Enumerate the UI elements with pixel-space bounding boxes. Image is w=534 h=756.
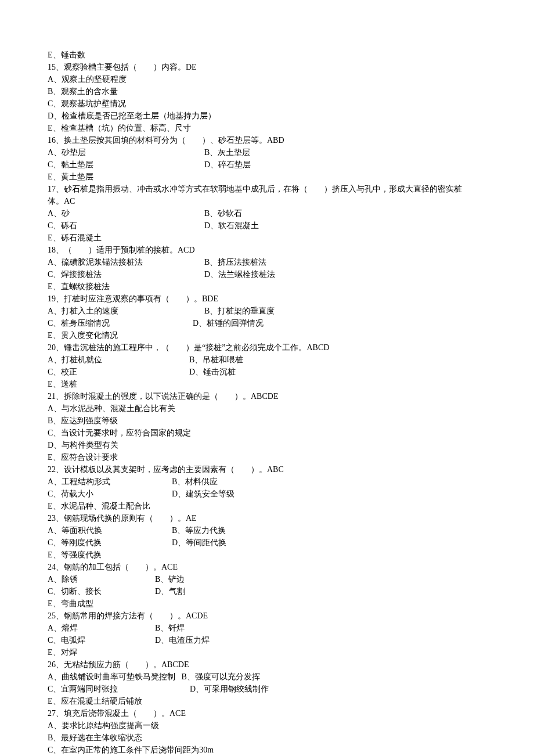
text-line: E、直螺纹接桩法 [48,280,486,293]
option-right: B、灰土垫层 [204,146,250,159]
text-line: E、砾石混凝土 [48,232,486,244]
option-row: C、校正D、锤击沉桩 [48,366,486,378]
text-line: C、观察基坑护壁情况 [48,98,486,110]
text-line: E、等强度代换 [48,549,486,561]
option-right: B、打桩架的垂直度 [204,305,275,317]
text-line: A、与水泥品种、混凝土配合比有关 [48,402,486,415]
option-left: A、除锈 [48,573,155,585]
text-line: A、曲线铺设时曲率可垫铁马凳控制 B、强度可以充分发挥 [48,671,486,683]
text-line: 25、钢筋常用的焊接方法有（ ）。ACDE [48,610,486,622]
text-line: A、要求比原结构强度提高一级 [48,719,486,732]
option-right: B、铲边 [155,573,185,585]
text-line: 26、无粘结预应力筋（ ）。ABCDE [48,658,486,671]
option-row: C、等刚度代换D、等间距代换 [48,537,486,549]
text-line: E、对焊 [48,646,486,658]
option-row: A、砂B、砂软石 [48,207,486,219]
text-line: E、黄土垫层 [48,171,486,183]
option-left: A、硫磺胶泥浆锚法接桩法 [48,256,204,268]
option-left: C、黏土垫层 [48,159,204,171]
text-line: E、弯曲成型 [48,597,486,610]
text-line: A、观察土的坚硬程度 [48,73,486,85]
option-left: C、等刚度代换 [48,537,172,549]
text-line: E、水泥品种、混凝土配合比 [48,500,486,512]
option-row: A、砂垫层B、灰土垫层 [48,146,486,159]
text-line: 22、设计模板以及其支架时，应考虑的主要因素有（ ）。ABC [48,463,486,476]
option-left: C、焊接接桩法 [48,268,204,280]
option-left: C、荷载大小 [48,488,172,500]
option-row: C、桩身压缩情况D、桩锤的回弹情况 [48,317,486,329]
text-line: 19、打桩时应注意观察的事项有（ ）。BDE [48,293,486,305]
option-left: A、熔焊 [48,622,155,634]
option-right: B、吊桩和喂桩 [189,354,243,366]
text-line: 21、拆除时混凝土的强度，以下说法正确的是（ ）。ABCDE [48,390,486,402]
option-row: C、荷载大小D、建筑安全等级 [48,488,486,500]
option-left: C、宜两端同时张拉 [48,683,190,695]
text-line: 27、填充后浇带混凝土（ ）。ACE [48,707,486,719]
text-line: D、与构件类型有关 [48,439,486,451]
text-line: 18、（ ）适用于预制桩的接桩。ACD [48,244,486,256]
text-line: C、在室内正常的施工条件下后浇带间距为30m [48,744,486,756]
text-line: C、当设计无要求时，应符合国家的规定 [48,427,486,439]
option-left: A、砂 [48,207,204,219]
option-row: A、打桩机就位B、吊桩和喂桩 [48,354,486,366]
option-row: A、打桩入土的速度B、打桩架的垂直度 [48,305,486,317]
option-right: D、气割 [155,585,185,597]
option-row: A、等面积代换B、等应力代换 [48,524,486,537]
option-row: A、除锈B、铲边 [48,573,486,585]
text-line: D、检查槽底是否已挖至老土层（地基持力层） [48,110,486,122]
option-row: A、工程结构形式B、材料供应 [48,476,486,488]
option-left: A、打桩入土的速度 [48,305,204,317]
option-right: B、等应力代换 [172,524,226,537]
text-line: 15、观察验槽主要包括（ ）内容。DE [48,61,486,73]
option-right: D、等间距代换 [172,537,226,549]
option-left: C、桩身压缩情况 [48,317,193,329]
option-right: D、可采用钢绞线制作 [190,683,269,695]
text-line: E、锤击数 [48,49,486,61]
option-row: A、硫磺胶泥浆锚法接桩法B、挤压法接桩法 [48,256,486,268]
text-line: E、送桩 [48,378,486,390]
option-row: C、黏土垫层D、碎石垫层 [48,159,486,171]
option-right: D、软石混凝土 [204,219,259,232]
option-right: B、挤压法接桩法 [204,256,266,268]
text-line: B、应达到强度等级 [48,415,486,427]
text-line: E、应在混凝土结硬后铺放 [48,695,486,707]
option-right: D、电渣压力焊 [155,634,210,646]
option-row: C、宜两端同时张拉D、可采用钢绞线制作 [48,683,486,695]
text-line: 24、钢筋的加工包括（ ）。ACE [48,561,486,573]
option-left: C、砾石 [48,219,204,232]
option-right: B、材料供应 [172,476,218,488]
text-line: 17、砂石桩是指用振动、冲击或水冲等方式在软弱地基中成孔后，在将（ ）挤压入与孔… [48,183,486,195]
option-row: C、焊接接桩法D、法兰螺栓接桩法 [48,268,486,280]
option-left: C、切断、接长 [48,585,155,597]
option-right: D、碎石垫层 [204,159,251,171]
option-row: A、熔焊B、钎焊 [48,622,486,634]
text-line: E、应符合设计要求 [48,451,486,463]
option-left: A、工程结构形式 [48,476,172,488]
text-line: E、检查基槽（坑）的位置、标高、尺寸 [48,122,486,134]
option-row: C、电弧焊D、电渣压力焊 [48,634,486,646]
text-line: E、贯入度变化情况 [48,329,486,341]
option-right: B、砂软石 [204,207,242,219]
text-line: 体。AC [48,195,486,207]
option-right: D、锤击沉桩 [189,366,236,378]
option-right: D、法兰螺栓接桩法 [204,268,275,280]
option-left: A、砂垫层 [48,146,204,159]
option-left: C、校正 [48,366,189,378]
option-right: D、建筑安全等级 [172,488,234,500]
option-row: C、砾石D、软石混凝土 [48,219,486,232]
text-line: B、观察土的含水量 [48,85,486,98]
option-left: C、电弧焊 [48,634,155,646]
text-line: 20、锤击沉桩法的施工程序中，（ ）是“接桩”之前必须完成个工作。ABCD [48,341,486,354]
option-left: A、等面积代换 [48,524,172,537]
text-line: 23、钢筋现场代换的原则有（ ）。AE [48,512,486,524]
option-left: A、打桩机就位 [48,354,189,366]
option-right: B、钎焊 [155,622,185,634]
text-line: B、最好选在主体收缩状态 [48,732,486,744]
text-line: 16、换土垫层按其回填的材料可分为（ ）、砂石垫层等。ABD [48,134,486,146]
option-row: C、切断、接长D、气割 [48,585,486,597]
option-right: D、桩锤的回弹情况 [193,317,264,329]
